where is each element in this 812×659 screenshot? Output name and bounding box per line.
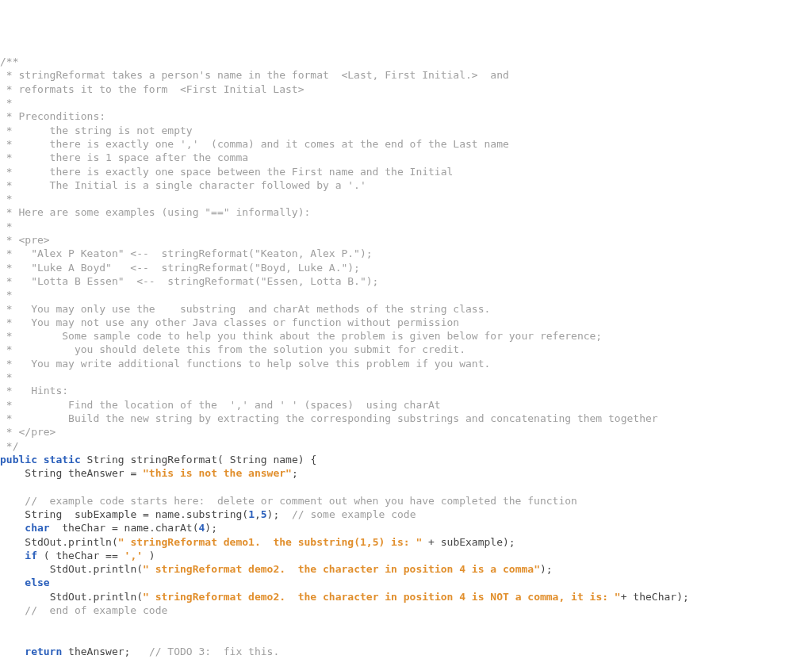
code-token-comment: * "Luke A Boyd" <-- stringReformat("Boyd…	[0, 262, 360, 274]
code-token-punct: );	[540, 563, 553, 575]
code-token-comment: * there is exactly one space between the…	[0, 166, 453, 178]
code-token-punct: =	[136, 508, 155, 520]
code-line: * there is exactly one space between the…	[0, 165, 812, 178]
code-token-type: String	[87, 454, 124, 466]
code-token-punct: +	[422, 536, 440, 548]
code-line: * the string is not empty	[0, 124, 812, 137]
code-line: // example code starts here: delete or c…	[0, 494, 812, 508]
code-token-comment: * "Lotta B Essen" <-- stringReformat("Es…	[0, 275, 378, 287]
code-line: *	[0, 192, 812, 205]
code-token-ident: subExample	[441, 536, 503, 548]
code-token-comment: * Preconditions:	[0, 110, 105, 122]
code-token-comment: * <pre>	[0, 234, 50, 246]
code-token-punct	[50, 522, 63, 534]
code-token-punct	[62, 508, 75, 520]
code-token-ident: stringReformat	[130, 454, 217, 466]
code-token-punct: (	[242, 508, 248, 520]
code-token-keyword: return	[25, 646, 62, 657]
code-token-punct	[0, 563, 50, 575]
code-line: StdOut.println(" stringReformat demo2. t…	[0, 590, 812, 603]
code-token-comment: * stringReformat takes a person's name i…	[0, 69, 509, 81]
code-line: *	[0, 288, 812, 301]
code-line: * </pre>	[0, 425, 812, 439]
code-token-ident: println	[68, 536, 112, 548]
code-token-comment: *	[0, 97, 13, 109]
code-token-keyword: else	[25, 577, 49, 588]
code-token-ident: substring	[186, 508, 242, 520]
code-line: * Find the location of the ',' and ' ' (…	[0, 398, 812, 412]
code-token-comment: // end of example code	[25, 604, 167, 616]
code-line: * Hints:	[0, 384, 812, 397]
code-line: * there is 1 space after the comma	[0, 151, 812, 164]
code-token-punct	[0, 577, 25, 588]
code-token-keyword: public	[0, 454, 37, 466]
code-token-comment: *	[0, 193, 13, 205]
code-line: * Here are some examples (using "==" inf…	[0, 205, 812, 219]
code-line: return theAnswer; // TODO 3: fix this.	[0, 645, 812, 658]
code-token-comment: * there is 1 space after the comma	[0, 151, 248, 163]
code-line	[0, 631, 812, 645]
code-line: * you should delete this from the soluti…	[0, 343, 812, 356]
code-token-ident: println	[93, 563, 136, 575]
code-line: * "Luke A Boyd" <-- stringReformat("Boyd…	[0, 261, 812, 274]
code-token-ident: StdOut	[50, 591, 87, 603]
code-token-string: " stringReformat demo1. the substring(1,…	[118, 536, 423, 548]
code-token-comment: * Find the location of the ',' and ' ' (…	[0, 399, 441, 411]
code-line: * Preconditions:	[0, 109, 812, 123]
code-token-punct: ) {	[298, 454, 316, 466]
code-token-punct: (	[217, 454, 230, 466]
code-token-string: " stringReformat demo2. the character in…	[143, 591, 621, 603]
code-token-punct	[62, 646, 68, 657]
code-line: * reformats it to the form <First Initia…	[0, 82, 812, 96]
code-line: StdOut.println(" stringReformat demo1. t…	[0, 535, 812, 549]
code-token-punct	[0, 467, 25, 479]
code-line: String subExample = name.substring(1,5);…	[0, 508, 812, 521]
code-line	[0, 480, 812, 493]
code-token-punct: (	[136, 591, 143, 603]
code-token-comment: * You may only use the substring and cha…	[0, 303, 490, 315]
code-token-comment: * there is exactly one ',' (comma) and i…	[0, 138, 509, 150]
code-token-punct	[81, 454, 87, 466]
code-token-punct: );	[503, 536, 515, 548]
code-line: * <pre>	[0, 233, 812, 247]
code-token-comment: *	[0, 220, 13, 232]
code-token-comment: * The Initial is a single character foll…	[0, 179, 366, 191]
code-token-punct: .	[149, 522, 155, 534]
code-token-punct	[0, 604, 25, 616]
code-token-comment: * you should delete this from the soluti…	[0, 343, 465, 355]
code-token-type: String	[25, 467, 62, 479]
code-line: // end of example code	[0, 603, 812, 617]
code-token-comment: *	[0, 371, 13, 383]
code-token-comment: // some example code	[292, 508, 416, 520]
code-line: * Build the new string by extracting the…	[0, 412, 812, 425]
code-token-punct: ;	[124, 646, 149, 657]
code-token-comment: * Build the new string by extracting the…	[0, 412, 658, 424]
code-token-comment: * the string is not empty	[0, 125, 193, 136]
code-token-punct	[62, 467, 68, 479]
code-token-comment: * Here are some examples (using "==" inf…	[0, 206, 310, 218]
code-line	[0, 617, 812, 630]
code-token-ident: theAnswer	[68, 646, 124, 657]
code-token-keyword: static	[44, 454, 81, 466]
code-token-punct: .	[180, 508, 186, 520]
code-token-punct: )	[143, 550, 155, 561]
code-token-punct	[0, 536, 25, 548]
code-token-keyword: if	[25, 550, 37, 561]
code-line: * The Initial is a single character foll…	[0, 178, 812, 192]
code-line: else	[0, 576, 812, 589]
code-token-punct: );	[267, 508, 292, 520]
code-token-comment: // TODO 3: fix this.	[149, 646, 279, 657]
code-token-ident: name	[273, 454, 297, 466]
code-line: if ( theChar == ',' )	[0, 549, 812, 562]
code-token-punct: .	[62, 536, 68, 548]
code-line: * stringReformat takes a person's name i…	[0, 68, 812, 82]
code-line: *	[0, 370, 812, 384]
code-token-punct: =	[124, 467, 143, 479]
code-line: * "Lotta B Essen" <-- stringReformat("Es…	[0, 274, 812, 288]
code-token-comment: * Hints:	[0, 385, 68, 397]
code-token-comment: */	[0, 440, 18, 452]
code-line: *	[0, 220, 812, 233]
code-token-ident: theChar	[62, 522, 105, 534]
code-line: * You may not use any other Java classes…	[0, 316, 812, 329]
code-token-punct	[0, 522, 25, 534]
